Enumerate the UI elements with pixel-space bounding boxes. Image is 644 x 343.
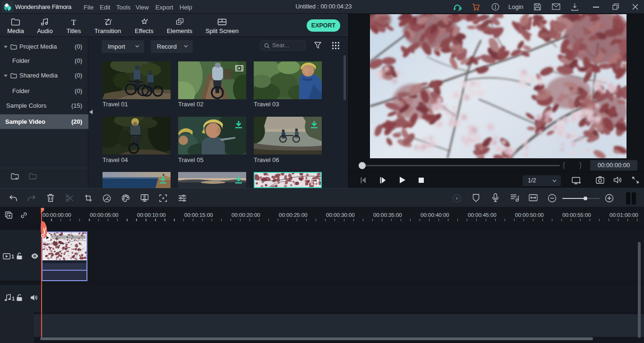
svg-text:T: T bbox=[71, 18, 77, 26]
svg-text:1: 1 bbox=[12, 296, 15, 301]
svg-text:1: 1 bbox=[11, 254, 14, 259]
